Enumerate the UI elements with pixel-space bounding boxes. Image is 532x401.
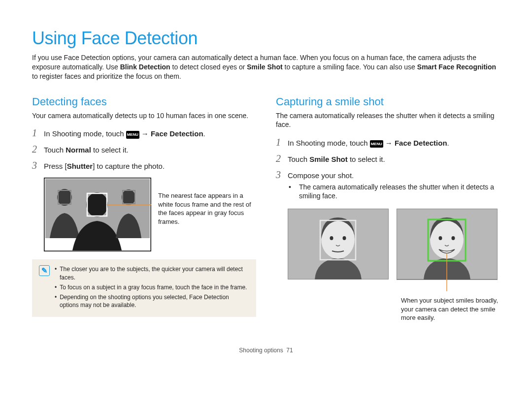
- note-box: ✎ The closer you are to the subjects, th…: [32, 259, 256, 317]
- menu-icon: MENU: [370, 140, 383, 148]
- figure-caption: The nearest face appears in a white focu…: [158, 178, 256, 226]
- step-3: 3 Press [Shutter] to capture the photo.: [32, 159, 256, 172]
- step-2: 2 Touch Normal to select it.: [32, 143, 256, 155]
- note-item: The closer you are to the subjects, the …: [55, 265, 249, 281]
- smile-shot-heading: Capturing a smile shot: [276, 95, 500, 109]
- note-icon: ✎: [39, 265, 50, 276]
- smile-after-figure: [397, 209, 498, 291]
- svg-point-16: [439, 236, 442, 240]
- svg-point-12: [343, 236, 346, 240]
- detecting-faces-heading: Detecting faces: [32, 95, 256, 109]
- face-detection-figure: [44, 178, 151, 251]
- note-item: Depending on the shooting options you se…: [55, 293, 249, 309]
- menu-icon: MENU: [126, 131, 139, 138]
- svg-point-17: [452, 236, 455, 240]
- step-3-bullet: The camera automatically releases the sh…: [295, 183, 500, 201]
- smile-before-figure: [288, 209, 389, 279]
- page-footer: Shooting options 71: [32, 347, 500, 354]
- page-title: Using Face Detection: [32, 27, 500, 49]
- svg-point-4: [86, 192, 108, 217]
- smile-caption: When your subject smiles broadly, your c…: [276, 296, 500, 322]
- svg-point-11: [330, 236, 333, 240]
- smile-shot-section: Capturing a smile shot The camera automa…: [276, 95, 500, 322]
- smile-shot-lead: The camera automatically releases the sh…: [276, 111, 500, 129]
- step-3: 3 Compose your shot. The camera automati…: [276, 169, 500, 202]
- step-2: 2 Touch Smile Shot to select it.: [276, 153, 500, 165]
- note-item: To focus on a subject in a gray focus fr…: [55, 283, 249, 291]
- svg-point-2: [57, 189, 72, 206]
- step-1: 1 In Shooting mode, touch MENU → Face De…: [32, 127, 256, 139]
- intro-paragraph: If you use Face Detection options, your …: [32, 53, 500, 81]
- detecting-faces-lead: Your camera automatically detects up to …: [32, 111, 256, 120]
- detecting-faces-section: Detecting faces Your camera automaticall…: [32, 95, 256, 322]
- step-1: 1 In Shooting mode, touch MENU → Face De…: [276, 136, 500, 149]
- svg-point-6: [122, 189, 135, 205]
